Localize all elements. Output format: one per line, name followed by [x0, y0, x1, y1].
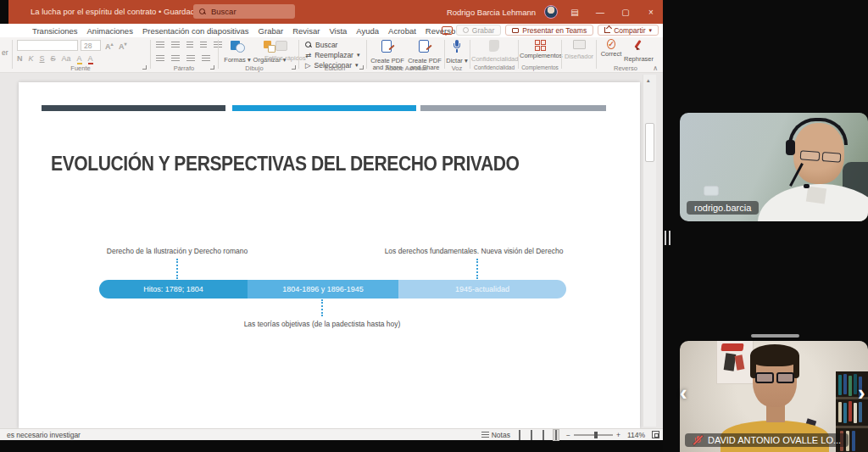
glasses [755, 372, 794, 383]
grabar-button[interactable]: Grabar [456, 25, 501, 36]
zoom-in-icon[interactable]: + [616, 431, 620, 439]
tab-revisar[interactable]: Revisar [292, 26, 320, 36]
zoom-out-icon[interactable]: − [566, 431, 570, 439]
tab-acrobat[interactable]: Acrobat [388, 26, 416, 36]
timeline-connector-bottom [321, 299, 323, 316]
participant-hair [750, 344, 799, 366]
statusbar-left-text: es necesario investigar [7, 431, 81, 439]
tabrow-actions: Grabar Presentar en Teams Compartir ▾ [442, 25, 659, 36]
video-tile-david[interactable]: DAVID ANTONIO OVALLE LO... [680, 341, 868, 452]
buscar-button[interactable]: Buscar [305, 41, 337, 49]
tab-animaciones[interactable]: Animaciones [87, 26, 133, 36]
zoom-thumb[interactable] [594, 432, 598, 438]
share-icon [604, 27, 610, 33]
decrease-indent-icon[interactable] [186, 42, 193, 49]
estilos-rapidos-button[interactable]: Estilos rápidos [264, 41, 298, 62]
avatar[interactable] [544, 5, 558, 19]
timeline-segment-3[interactable]: 1945-actualidad [398, 280, 566, 299]
scroll-up-icon[interactable]: ▴ [647, 77, 650, 84]
titlebar-left-gap [0, 0, 8, 24]
bold-button[interactable]: N [17, 54, 23, 63]
shrink-font-button[interactable]: A▾ [119, 41, 127, 51]
italic-button[interactable]: K [29, 54, 34, 63]
timeline-segment-2[interactable]: 1804-1896 y 1896-1945 [248, 280, 398, 299]
tab-presentacion[interactable]: Presentación con diapositivas [142, 26, 249, 36]
grow-font-button[interactable]: A▴ [105, 41, 114, 51]
numbering-icon[interactable] [171, 42, 180, 49]
document-title: La lucha por el espíritu del contrato • … [31, 7, 209, 16]
accent-bar-gray [420, 105, 606, 111]
powerpoint-window: La lucha por el espíritu del contrato • … [0, 0, 663, 440]
complementos-button[interactable]: Complementos [520, 40, 560, 60]
zoom-track[interactable] [574, 434, 613, 436]
fit-slide-icon[interactable] [652, 431, 659, 438]
timeline-label-bottom[interactable]: Las teorías objetivas (de la padectista … [244, 320, 401, 328]
tab-transiciones[interactable]: Transiciones [32, 26, 78, 36]
timeline-connector-right [476, 259, 478, 279]
timeline-label-top-right[interactable]: Los derechos fundamentales. Nueva visión… [385, 247, 564, 255]
view-normal-button[interactable] [517, 430, 522, 440]
confidencialidad-button[interactable]: Confidencialidad [471, 40, 517, 63]
slide-title[interactable]: EVOLUCIÓN Y PERSPECTIVAS DEL DERECHO PRI… [51, 152, 520, 176]
screen: La lucha por el espíritu del contrato • … [0, 0, 868, 452]
align-right-icon[interactable] [186, 55, 195, 63]
align-left-icon[interactable] [156, 55, 164, 63]
chevron-right-icon[interactable]: › [858, 382, 865, 404]
align-center-icon[interactable] [171, 55, 180, 63]
font-size-combo[interactable]: 28 [81, 40, 101, 51]
group-label-complementos: Complementos [498, 64, 582, 70]
ribbon-tabs: Transiciones Animaciones Presentación co… [32, 26, 455, 36]
headset-band [788, 118, 848, 145]
scrollbar-thumb[interactable] [645, 123, 654, 162]
view-reading-button[interactable] [541, 430, 546, 440]
view-slideshow-button[interactable] [553, 429, 559, 441]
video-call-panel: rodrigo.barcia [663, 0, 868, 452]
find-icon [305, 42, 312, 48]
tab-vista[interactable]: Vista [329, 26, 347, 36]
notes-icon [481, 432, 489, 438]
compartir-button[interactable]: Compartir ▾ [598, 25, 659, 36]
underline-button[interactable]: S [40, 54, 45, 63]
rephraser-button[interactable]: Rephraser [624, 40, 653, 63]
change-case-button[interactable]: Aa [62, 54, 71, 63]
chevron-left-icon[interactable]: ‹ [680, 382, 687, 404]
formas-button[interactable]: Formas ▾ [222, 41, 253, 64]
zoom-slider[interactable]: − + [566, 431, 620, 439]
strikethrough-button[interactable]: S [51, 54, 56, 63]
highlight-color-button[interactable]: A [77, 54, 82, 64]
tab-grabar[interactable]: Grabar [259, 26, 284, 36]
reemplazar-button[interactable]: ⇄ Reemplazar ▾ [305, 51, 359, 59]
collapse-ribbon-icon[interactable]: ∧ [653, 64, 658, 72]
wall-poster [717, 341, 753, 383]
search-input[interactable]: Buscar [193, 4, 295, 19]
timeline-bar[interactable]: Hitos: 1789; 1804 1804-1896 y 1896-1945 … [99, 280, 566, 299]
titlebar-right: Rodrigo Barcia Lehmann ▤ — ▢ × [447, 0, 659, 24]
participant-name-label: rodrigo.barcia [687, 201, 759, 215]
increase-indent-icon[interactable] [200, 42, 207, 49]
disenador-button[interactable]: Diseñador [563, 40, 595, 60]
slide[interactable]: EVOLUCIÓN Y PERSPECTIVAS DEL DERECHO PRI… [19, 82, 640, 428]
correct-check-icon: ✓ [607, 39, 615, 49]
minimize-button[interactable]: — [592, 8, 609, 17]
bullets-icon[interactable] [156, 42, 164, 49]
panel-drag-handle[interactable] [751, 334, 799, 338]
font-color-button[interactable]: A [88, 54, 93, 64]
dictar-button[interactable]: Dictar ▾ [446, 40, 468, 64]
zoom-percent[interactable]: 114% [627, 431, 645, 439]
ribbon: er 28 A▴ A▾ N K S S Aa A A Fuente [0, 37, 663, 73]
vertical-scrollbar[interactable]: ▴ [643, 75, 656, 427]
notas-button[interactable]: Notas [481, 431, 510, 439]
font-name-combo[interactable] [17, 40, 78, 51]
timeline-segment-1[interactable]: Hitos: 1789; 1804 [99, 280, 248, 299]
presentar-en-teams-button[interactable]: Presentar en Teams [505, 25, 593, 36]
close-button[interactable]: × [643, 8, 659, 17]
restore-button[interactable]: ▢ [617, 8, 634, 17]
timeline-label-top-left[interactable]: Derecho de la Ilustración y Derecho roma… [107, 247, 248, 255]
tab-ayuda[interactable]: Ayuda [356, 26, 379, 36]
comments-icon[interactable] [442, 26, 452, 35]
video-tile-rodrigo[interactable]: rodrigo.barcia [680, 113, 868, 221]
view-slide-sorter-button[interactable] [529, 430, 534, 440]
justify-icon[interactable] [202, 55, 210, 63]
correct-button[interactable]: ✓ Correct [598, 40, 624, 59]
ribbon-display-options-icon[interactable]: ▤ [566, 8, 583, 17]
